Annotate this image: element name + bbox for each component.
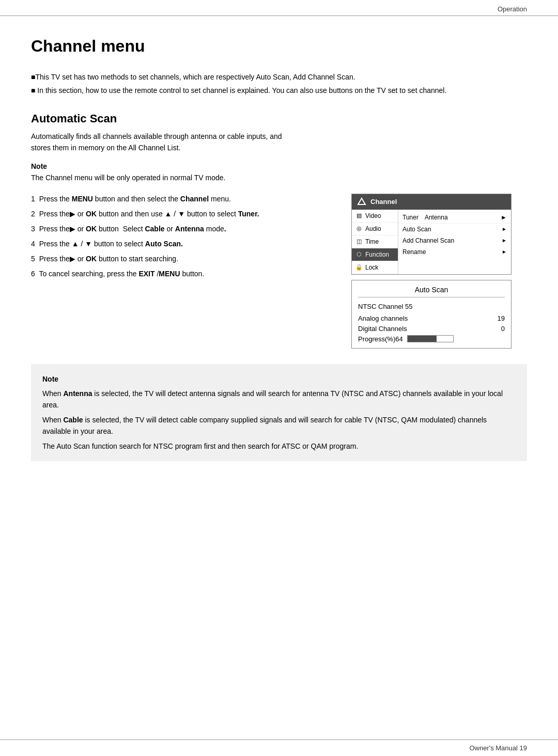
note-text: The Channel menu will be only operated i…: [31, 172, 527, 183]
tv-menu-left-item-video: ▤Video: [352, 210, 398, 223]
section-label: Operation: [498, 5, 527, 13]
tv-menu-right-item-autoscan: Auto Scan ►: [398, 224, 511, 235]
antenna-label: Antenna: [425, 214, 448, 221]
footer-text: Owner's Manual 19: [469, 744, 527, 752]
digital-value: 0: [501, 325, 505, 333]
antenna-row: Tuner Antenna: [402, 214, 448, 221]
rename-arrow: ►: [502, 249, 507, 255]
tuner-label: Tuner: [402, 214, 419, 221]
section-desc: Automatically finds all channels availab…: [31, 131, 527, 154]
analog-label: Analog channels: [358, 314, 408, 322]
top-bar: Operation: [0, 0, 558, 16]
bottom-note-para2: When Cable is selected, the TV will dete…: [42, 414, 516, 437]
step-4: 4 Press the ▲ / ▼ button to select Auto …: [31, 239, 336, 249]
page-footer: Owner's Manual 19: [0, 739, 558, 756]
step-5: 5 Press the▶ or OK button to start searc…: [31, 254, 336, 264]
addchan-label: Add Channel Scan: [402, 237, 454, 244]
intro-block: ■This TV set has two methods to set chan…: [31, 71, 527, 97]
auto-scan-box: Auto Scan NTSC Channel 55 Analog channel…: [351, 280, 512, 349]
note-label: Note: [31, 162, 527, 170]
digital-row: Digital Channels 0: [358, 325, 505, 333]
tv-menu-left-item-function: ⬡Function: [352, 248, 398, 261]
two-col-layout: 1 Press the MENU button and then select …: [31, 194, 527, 349]
tv-menu-title: Channel: [370, 198, 397, 206]
tv-menu-title-row: Channel: [352, 194, 511, 210]
addchan-arrow: ►: [502, 238, 507, 243]
step-6: 6 To cancel searching, press the EXIT /M…: [31, 269, 336, 279]
bottom-note-para1: When Antenna is selected, the TV will de…: [42, 388, 516, 411]
main-content: Channel menu ■This TV set has two method…: [0, 16, 558, 492]
autoscan-arrow: ►: [502, 226, 507, 232]
progress-row: Progress(%)64: [358, 335, 505, 343]
bottom-note-label: Note: [42, 373, 516, 385]
intro-line2: ■ In this section, how to use the remote…: [31, 85, 527, 96]
tv-menu-left-item-lock: 🔒Lock: [352, 261, 398, 274]
analog-row: Analog channels 19: [358, 314, 505, 322]
tv-menu-right: Tuner Antenna ► Auto Scan ►: [398, 210, 511, 274]
tv-menu-tuner-row: Tuner Antenna ►: [398, 212, 511, 224]
auto-scan-title: Auto Scan: [358, 286, 505, 297]
rename-label: Rename: [402, 248, 426, 256]
progress-fill: [408, 336, 437, 342]
steps-column: 1 Press the MENU button and then select …: [31, 194, 336, 284]
menu-icon-video: ▤: [355, 212, 363, 219]
svg-marker-0: [358, 198, 365, 204]
tv-menu-left: ▤Video◎Audio◫Time⬡Function🔒Lock: [352, 210, 398, 274]
progress-label: Progress(%)64: [358, 335, 403, 343]
menu-icon-audio: ◎: [355, 225, 363, 232]
tv-menu-right-item-rename: Rename ►: [398, 246, 511, 258]
page-container: Operation Channel menu ■This TV set has …: [0, 0, 558, 756]
menu-icon-function: ⬡: [355, 251, 363, 258]
tv-ui-wrapper: Channel ▤Video◎Audio◫Time⬡Function🔒Lock: [351, 194, 527, 349]
ntsc-row: NTSC Channel 55: [358, 303, 505, 310]
step-3: 3 Press the▶ or OK button Select Cable o…: [31, 224, 336, 234]
analog-value: 19: [498, 314, 505, 322]
section-title-automatic-scan: Automatic Scan: [31, 112, 527, 125]
page-title: Channel menu: [31, 37, 527, 56]
intro-line1: ■This TV set has two methods to set chan…: [31, 71, 527, 83]
tv-menu-box: Channel ▤Video◎Audio◫Time⬡Function🔒Lock: [351, 194, 512, 275]
note-block: Note The Channel menu will be only opera…: [31, 162, 527, 183]
step-1: 1 Press the MENU button and then select …: [31, 194, 336, 204]
tuner-arrow: ►: [501, 214, 507, 221]
menu-icon-lock: 🔒: [355, 264, 363, 271]
tv-menu-right-item-addchan: Add Channel Scan ►: [398, 235, 511, 246]
ntsc-label: NTSC Channel 55: [358, 303, 413, 310]
tv-menu-left-item-audio: ◎Audio: [352, 223, 398, 235]
bottom-note-para3: The Auto Scan function search for NTSC p…: [42, 440, 516, 452]
steps-list: 1 Press the MENU button and then select …: [31, 194, 336, 279]
tv-menu-left-item-time: ◫Time: [352, 235, 398, 248]
tv-menu-items: ▤Video◎Audio◫Time⬡Function🔒Lock Tuner An…: [352, 210, 511, 274]
step-2: 2 Press the▶ or OK button and then use ▲…: [31, 209, 336, 219]
tv-ui-column: Channel ▤Video◎Audio◫Time⬡Function🔒Lock: [351, 194, 527, 349]
digital-label: Digital Channels: [358, 325, 407, 333]
autoscan-label: Auto Scan: [402, 226, 431, 233]
bottom-note-box: Note When Antenna is selected, the TV wi…: [31, 364, 527, 461]
progress-bar: [407, 335, 454, 342]
menu-icon-time: ◫: [355, 238, 363, 245]
tv-menu-icon: [356, 196, 367, 208]
